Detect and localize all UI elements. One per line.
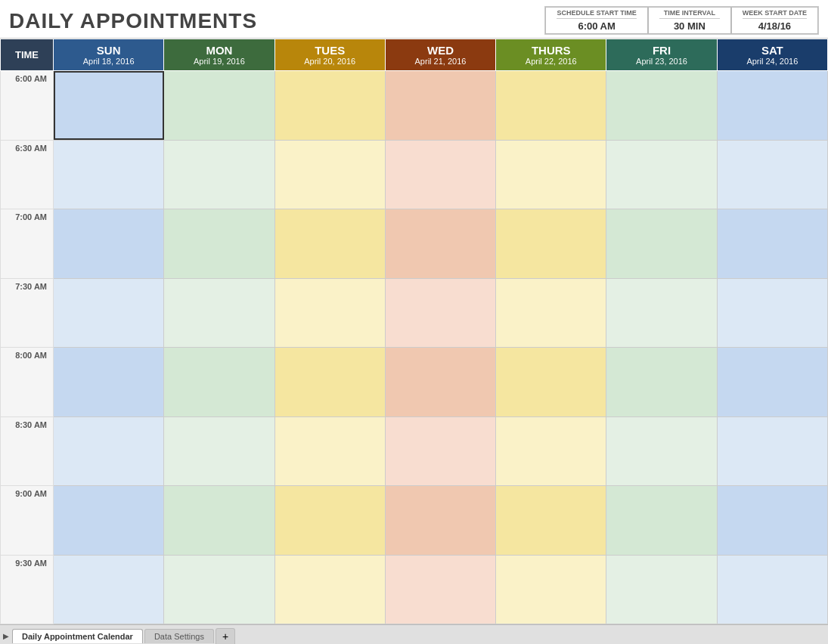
cell-mon-1[interactable] [164, 140, 274, 209]
week-start-date-cell: WEEK START DATE 4/18/16 [731, 7, 818, 34]
table-row: 6:30 AM [1, 140, 828, 209]
time-cell-0: 6:00 AM [1, 71, 54, 141]
cell-mon-6[interactable] [164, 486, 274, 556]
cell-thu-5[interactable] [496, 416, 606, 486]
cell-sat-7[interactable] [717, 555, 827, 624]
table-row: 8:00 AM [1, 348, 828, 417]
table-row: 9:30 AM [1, 555, 828, 624]
tab-bar: ▶ Daily Appointment Calendar Data Settin… [0, 624, 828, 644]
cell-wed-6[interactable] [385, 486, 495, 556]
cell-wed-1[interactable] [385, 140, 495, 209]
cell-wed-5[interactable] [385, 416, 495, 486]
cell-fri-0[interactable] [606, 71, 717, 141]
cell-mon-0[interactable] [164, 71, 274, 141]
cell-wed-3[interactable] [385, 278, 495, 348]
cell-wed-2[interactable] [385, 209, 495, 279]
time-column-header: TIME [1, 39, 54, 71]
week-start-date-label: WEEK START DATE [743, 9, 807, 19]
cell-fri-4[interactable] [606, 348, 717, 417]
table-row: 7:30 AM [1, 278, 828, 348]
cell-sun-2[interactable] [54, 209, 164, 279]
time-interval-cell: TIME INTERVAL 30 MIN [648, 7, 731, 34]
cell-thu-2[interactable] [496, 209, 606, 279]
time-cell-7: 9:30 AM [1, 555, 54, 624]
time-cell-5: 8:30 AM [1, 416, 54, 486]
cell-mon-7[interactable] [164, 555, 274, 624]
info-box-row: SCHEDULE START TIME 6:00 AM TIME INTERVA… [545, 7, 818, 34]
top-area: DAILY APPOINTMENTS SCHEDULE START TIME 6… [0, 0, 828, 39]
cell-tue-4[interactable] [274, 348, 385, 417]
cell-sun-7[interactable] [54, 555, 164, 624]
time-interval-label: TIME INTERVAL [659, 9, 720, 19]
cell-sat-0[interactable] [717, 71, 827, 141]
cell-tue-2[interactable] [274, 209, 385, 279]
calendar-body: 6:00 AM6:30 AM7:00 AM7:30 AM8:00 AM8:30 … [1, 71, 828, 624]
cell-fri-2[interactable] [606, 209, 717, 279]
cell-tue-1[interactable] [274, 140, 385, 209]
cell-tue-6[interactable] [274, 486, 385, 556]
time-cell-4: 8:00 AM [1, 348, 54, 417]
cell-thu-7[interactable] [496, 555, 606, 624]
cell-thu-0[interactable] [496, 71, 606, 141]
time-cell-2: 7:00 AM [1, 209, 54, 279]
app-title: DAILY APPOINTMENTS [9, 6, 544, 33]
time-interval-value: 30 MIN [659, 20, 720, 32]
header-mon: MONApril 19, 2016 [164, 39, 274, 71]
header-fri: FRIApril 23, 2016 [606, 39, 717, 71]
cell-sun-6[interactable] [54, 486, 164, 556]
schedule-start-time-cell: SCHEDULE START TIME 6:00 AM [545, 7, 647, 34]
header-sat: SATApril 24, 2016 [717, 39, 827, 71]
cell-thu-1[interactable] [496, 140, 606, 209]
tab-daily-appointment-calendar[interactable]: Daily Appointment Calendar [12, 629, 143, 643]
cell-wed-7[interactable] [385, 555, 495, 624]
header-tue: TUESApril 20, 2016 [274, 39, 385, 71]
cell-fri-3[interactable] [606, 278, 717, 348]
tab-data-settings[interactable]: Data Settings [144, 629, 214, 643]
cell-tue-3[interactable] [274, 278, 385, 348]
cell-sat-3[interactable] [717, 278, 827, 348]
cell-mon-3[interactable] [164, 278, 274, 348]
cell-wed-4[interactable] [385, 348, 495, 417]
cell-sat-1[interactable] [717, 140, 827, 209]
cell-thu-4[interactable] [496, 348, 606, 417]
schedule-start-time-value: 6:00 AM [557, 20, 636, 32]
schedule-start-time-label: SCHEDULE START TIME [557, 9, 636, 19]
tab-scroll-left-icon[interactable]: ▶ [3, 632, 9, 640]
cell-mon-2[interactable] [164, 209, 274, 279]
header-sun: SUNApril 18, 2016 [54, 39, 164, 71]
cell-sat-4[interactable] [717, 348, 827, 417]
table-row: 8:30 AM [1, 416, 828, 486]
header-row: TIME SUNApril 18, 2016MONApril 19, 2016T… [1, 39, 828, 71]
header-thu: THURSApril 22, 2016 [496, 39, 606, 71]
calendar-wrapper: TIME SUNApril 18, 2016MONApril 19, 2016T… [0, 39, 828, 624]
table-row: 9:00 AM [1, 486, 828, 556]
cell-fri-6[interactable] [606, 486, 717, 556]
cell-sun-3[interactable] [54, 278, 164, 348]
week-start-date-value: 4/18/16 [743, 20, 807, 32]
cell-sat-2[interactable] [717, 209, 827, 279]
cell-mon-4[interactable] [164, 348, 274, 417]
cell-tue-0[interactable] [274, 71, 385, 141]
tab-add-button[interactable]: + [216, 628, 235, 644]
cell-tue-7[interactable] [274, 555, 385, 624]
info-box: SCHEDULE START TIME 6:00 AM TIME INTERVA… [544, 6, 819, 35]
cell-sun-4[interactable] [54, 348, 164, 417]
cell-sun-1[interactable] [54, 140, 164, 209]
calendar-table: TIME SUNApril 18, 2016MONApril 19, 2016T… [0, 39, 828, 624]
header-wed: WEDApril 21, 2016 [385, 39, 495, 71]
cell-thu-6[interactable] [496, 486, 606, 556]
cell-sat-5[interactable] [717, 416, 827, 486]
cell-fri-1[interactable] [606, 140, 717, 209]
cell-fri-7[interactable] [606, 555, 717, 624]
table-row: 6:00 AM [1, 71, 828, 141]
cell-sun-0[interactable] [54, 71, 164, 141]
cell-mon-5[interactable] [164, 416, 274, 486]
cell-tue-5[interactable] [274, 416, 385, 486]
cell-fri-5[interactable] [606, 416, 717, 486]
time-cell-6: 9:00 AM [1, 486, 54, 556]
time-cell-1: 6:30 AM [1, 140, 54, 209]
cell-wed-0[interactable] [385, 71, 495, 141]
cell-sat-6[interactable] [717, 486, 827, 556]
cell-sun-5[interactable] [54, 416, 164, 486]
cell-thu-3[interactable] [496, 278, 606, 348]
